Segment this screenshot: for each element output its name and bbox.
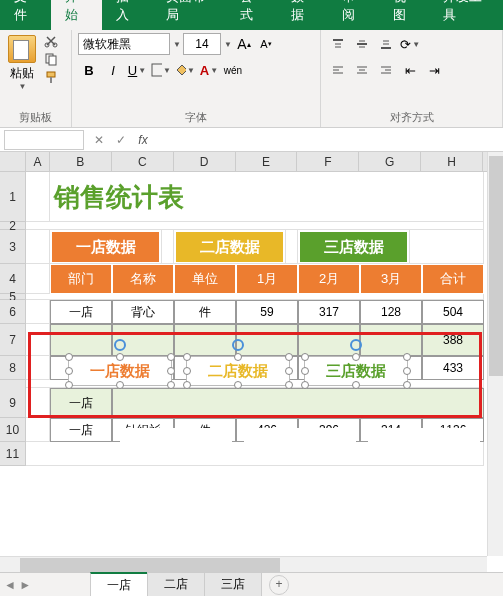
font-size-select[interactable]	[183, 33, 221, 55]
cut-button[interactable]	[42, 33, 60, 49]
table-header[interactable]: 2月	[298, 264, 360, 294]
formula-input[interactable]	[154, 130, 503, 150]
align-right-button[interactable]	[375, 59, 397, 81]
row-header[interactable]: 6	[0, 300, 26, 324]
align-left-button[interactable]	[327, 59, 349, 81]
align-bottom-button[interactable]	[375, 33, 397, 55]
table-header[interactable]: 单位	[174, 264, 236, 294]
col-header[interactable]: C	[112, 152, 174, 171]
cancel-formula-button[interactable]: ✕	[88, 133, 110, 147]
orientation-button[interactable]: ⟳▼	[399, 33, 421, 55]
bold-button[interactable]: B	[78, 59, 100, 81]
tab-review[interactable]: 审阅	[328, 0, 379, 30]
table-header[interactable]: 1月	[236, 264, 298, 294]
sheet-title[interactable]: 销售统计表	[50, 172, 484, 222]
table-cell[interactable]: 433	[422, 356, 484, 380]
horizontal-scrollbar[interactable]	[0, 556, 487, 572]
table-cell[interactable]: 件	[174, 300, 236, 324]
table-cell[interactable]: 背心	[112, 300, 174, 324]
float-shape2-shop2[interactable]: 二店数据	[244, 428, 356, 458]
sheet-tab[interactable]: 三店	[204, 572, 262, 596]
tab-data[interactable]: 数据	[277, 0, 328, 30]
tab-view[interactable]: 视图	[379, 0, 430, 30]
align-top-button[interactable]	[327, 33, 349, 55]
accept-formula-button[interactable]: ✓	[110, 133, 132, 147]
col-header[interactable]: A	[26, 152, 50, 171]
tab-formula[interactable]: 公式	[226, 0, 277, 30]
chevron-down-icon[interactable]: ▼	[173, 40, 181, 49]
float-shape-shop3[interactable]: 三店数据	[304, 356, 408, 386]
select-all-corner[interactable]	[0, 152, 26, 171]
table-cell[interactable]: 一店	[50, 300, 112, 324]
tab-file[interactable]: 文件	[0, 0, 51, 30]
float-shape2-shop1[interactable]: 一店数据	[120, 428, 232, 458]
fill-color-button[interactable]: ▼	[174, 59, 196, 81]
row-header[interactable]: 9	[0, 388, 26, 418]
float-shape-shop2[interactable]: 二店数据	[186, 356, 290, 386]
col-header[interactable]: H	[421, 152, 483, 171]
rotate-handle-icon[interactable]	[350, 339, 362, 351]
row-header[interactable]: 7	[0, 324, 26, 356]
table-cell[interactable]	[360, 324, 422, 356]
fx-button[interactable]: fx	[132, 133, 154, 147]
table-cell[interactable]: 59	[236, 300, 298, 324]
name-box[interactable]	[4, 130, 84, 150]
table-cell[interactable]	[174, 324, 236, 356]
sheet-nav[interactable]: ◄ ►	[4, 578, 31, 592]
copy-button[interactable]	[42, 51, 60, 67]
table-cell[interactable]	[50, 324, 112, 356]
col-header[interactable]: G	[359, 152, 421, 171]
align-center-button[interactable]	[351, 59, 373, 81]
table-cell[interactable]: 388	[422, 324, 484, 356]
row-header[interactable]: 2	[0, 222, 26, 230]
table-header[interactable]: 名称	[112, 264, 174, 294]
table-cell[interactable]	[236, 324, 298, 356]
italic-button[interactable]: I	[102, 59, 124, 81]
rotate-handle-icon[interactable]	[114, 339, 126, 351]
table-header[interactable]: 合计	[422, 264, 484, 294]
shop1-button[interactable]: 一店数据	[52, 232, 159, 262]
tab-dev[interactable]: 开发工具	[429, 0, 503, 30]
tab-insert[interactable]: 插入	[102, 0, 153, 30]
sheet-tab[interactable]: 二店	[147, 572, 205, 596]
col-header[interactable]: B	[50, 152, 112, 171]
vertical-scrollbar[interactable]	[487, 152, 503, 556]
float-shape2-shop3[interactable]: 三店数据	[368, 428, 480, 458]
decrease-indent-button[interactable]: ⇤	[399, 59, 421, 81]
chevron-down-icon[interactable]: ▼	[224, 40, 232, 49]
add-sheet-button[interactable]: +	[269, 575, 289, 595]
tab-layout[interactable]: 页面布局	[152, 0, 226, 30]
increase-font-button[interactable]: A▴	[234, 33, 254, 55]
paste-button[interactable]: 粘贴 ▼	[6, 33, 38, 91]
sheet-tab[interactable]: 一店	[90, 572, 148, 597]
col-header[interactable]: E	[236, 152, 298, 171]
border-button[interactable]: ▼	[150, 59, 172, 81]
table-cell[interactable]: 128	[360, 300, 422, 324]
format-painter-button[interactable]	[42, 69, 60, 85]
shop2-button[interactable]: 二店数据	[176, 232, 283, 262]
phonetic-button[interactable]: wén	[222, 59, 244, 81]
row-header[interactable]: 1	[0, 172, 26, 222]
table-header[interactable]: 3月	[360, 264, 422, 294]
table-cell[interactable]: 504	[422, 300, 484, 324]
table-cell[interactable]: 一店	[50, 388, 112, 418]
row-header[interactable]: 11	[0, 442, 26, 466]
table-cell[interactable]	[112, 388, 484, 418]
table-cell[interactable]: 一店	[50, 418, 112, 442]
shop3-button[interactable]: 三店数据	[300, 232, 407, 262]
underline-button[interactable]: U▼	[126, 59, 148, 81]
row-header[interactable]: 3	[0, 230, 26, 264]
font-color-button[interactable]: A▼	[198, 59, 220, 81]
row-header[interactable]: 10	[0, 418, 26, 442]
align-middle-button[interactable]	[351, 33, 373, 55]
table-cell[interactable]: 317	[298, 300, 360, 324]
row-header[interactable]: 8	[0, 356, 26, 380]
col-header[interactable]: D	[174, 152, 236, 171]
table-header[interactable]: 部门	[50, 264, 112, 294]
decrease-font-button[interactable]: A▾	[256, 33, 276, 55]
tab-home[interactable]: 开始	[51, 0, 102, 30]
font-name-select[interactable]	[78, 33, 170, 55]
col-header[interactable]: F	[297, 152, 359, 171]
float-shape-shop1[interactable]: 一店数据	[68, 356, 172, 386]
rotate-handle-icon[interactable]	[232, 339, 244, 351]
